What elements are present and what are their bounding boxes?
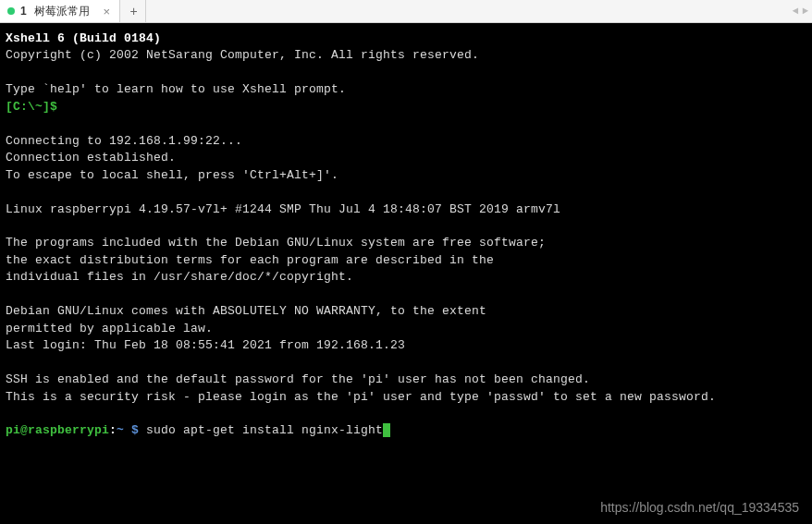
connecting-line: Connecting to 192.168.1.99:22... [6,134,242,148]
watermark-text: https://blog.csdn.net/qq_19334535 [600,500,799,515]
established-line: Connection established. [6,151,176,165]
shell-prompt-path: ~ $ [117,423,139,437]
add-tab-button[interactable]: + [120,0,146,22]
motd-line: The programs included with the Debian GN… [6,236,546,250]
cursor-icon [383,423,390,437]
escape-line: To escape to local shell, press 'Ctrl+Al… [6,168,338,182]
shell-prompt-user: pi@raspberrypi [6,423,109,437]
tab-title: 树莓派常用 [34,4,90,19]
motd-line: the exact distribution terms for each pr… [6,253,494,267]
motd-line: permitted by applicable law. [6,322,213,335]
copyright-line: Copyright (c) 2002 NetSarang Computer, I… [6,48,479,62]
ssh-warning-line: SSH is enabled and the default password … [6,372,590,386]
shell-prompt-sep: : [109,423,117,437]
uname-line: Linux raspberrypi 4.19.57-v7l+ #1244 SMP… [6,202,560,216]
tab-bar: 1 树莓派常用 × + ◄ ► [0,0,812,23]
shell-command: sudo apt-get install nginx-light [139,423,383,437]
prev-tab-icon[interactable]: ◄ [793,6,799,17]
status-dot-icon [7,7,15,15]
help-line: Type `help' to learn how to use Xshell p… [6,82,346,96]
terminal-output[interactable]: Xshell 6 (Build 0184) Copyright (c) 2002… [0,23,812,445]
tab-nav-arrows: ◄ ► [793,0,808,22]
close-icon[interactable]: × [99,5,114,18]
ssh-warning-line: This is a security risk - please login a… [6,390,716,404]
plus-icon: + [129,4,137,18]
last-login-line: Last login: Thu Feb 18 08:55:41 2021 fro… [6,338,405,352]
tab-index: 1 [20,5,27,18]
motd-line: individual files in /usr/share/doc/*/cop… [6,270,353,284]
tab-session-1[interactable]: 1 树莓派常用 × [0,0,120,22]
motd-line: Debian GNU/Linux comes with ABSOLUTELY N… [6,304,486,318]
local-prompt: [C:\~]$ [6,100,57,114]
next-tab-icon[interactable]: ► [802,6,808,17]
banner-line: Xshell 6 (Build 0184) [6,31,161,45]
